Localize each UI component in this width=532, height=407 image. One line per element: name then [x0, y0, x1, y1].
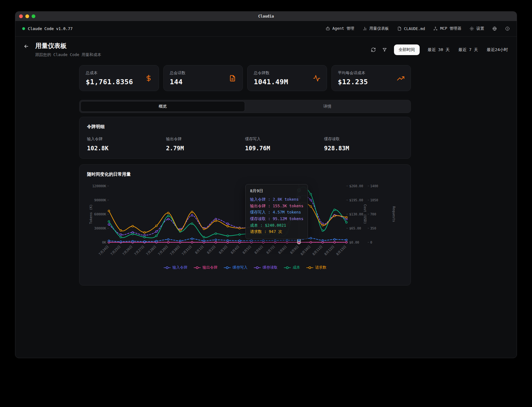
- legend-marker-icon: [306, 266, 313, 269]
- nav-item-claude-md[interactable]: CLAUDE.md: [397, 26, 425, 31]
- requests-axis-title: Requests: [392, 206, 396, 222]
- stat-card-total-cost: 总成本 $1,761.8356: [79, 65, 159, 91]
- x-axis-tick-label: 8月3日: [218, 245, 228, 255]
- page-title: 用量仪表板: [35, 42, 101, 50]
- series-point-cache-read: [108, 224, 110, 225]
- series-point-cache-write: [215, 239, 217, 240]
- nav-item-agents[interactable]: Agent 管理: [325, 26, 354, 31]
- legend-marker-icon: [164, 266, 171, 269]
- info-icon[interactable]: [505, 26, 510, 31]
- stat-label: 总令牌数: [254, 70, 288, 76]
- nav-item-usage-dashboard[interactable]: 用量仪表板: [362, 26, 389, 31]
- stat-label: 总会话数: [170, 70, 186, 76]
- back-button[interactable]: [23, 44, 29, 50]
- globe-icon[interactable]: [492, 26, 497, 31]
- x-axis-tick-label: 8月13日: [335, 245, 347, 256]
- series-point-output-tokens: [322, 241, 323, 243]
- dollar-icon: [145, 75, 152, 82]
- series-point-requests: [108, 210, 110, 212]
- minimize-window-button[interactable]: [25, 14, 29, 18]
- tooltip-row-requests: 请求数 : 947 次: [250, 229, 303, 235]
- titlebar: Claudia: [15, 12, 517, 21]
- tooltip-row-output: 输出令牌 : 155.3K tokens: [250, 203, 303, 209]
- x-axis-tick-label: 8月9日: [289, 245, 299, 255]
- series-point-cache-read: [345, 218, 347, 220]
- series-point-output-tokens: [167, 241, 169, 243]
- series-point-cache-read: [144, 234, 145, 236]
- x-axis-tick-label: 8月4日: [230, 245, 240, 255]
- filter-button[interactable]: [382, 47, 387, 52]
- series-point-cost: [322, 230, 323, 231]
- refresh-button[interactable]: [371, 47, 376, 52]
- series-point-cost: [132, 233, 133, 235]
- zoom-window-button[interactable]: [32, 14, 35, 18]
- legend-item-cache-write[interactable]: 缓存写入: [224, 265, 248, 270]
- close-window-button[interactable]: [19, 14, 23, 18]
- nav-item-mcp-manager[interactable]: MCP 管理器: [433, 26, 461, 31]
- x-axis-tick-label: 7月30日: [169, 245, 181, 256]
- series-point-cache-write: [322, 240, 323, 241]
- bar-chart-icon: [362, 26, 367, 31]
- usage-chart[interactable]: 0K30000K60000K90000K120000K$0.00$65.00$1…: [87, 182, 403, 261]
- x-axis-tick-label: 7月24日: [98, 245, 110, 256]
- x-axis-tick-label: 8月8日: [277, 245, 287, 255]
- x-axis-tick-label: 8月12日: [324, 245, 335, 256]
- series-point-cost: [334, 209, 335, 210]
- series-point-cache-read: [120, 234, 121, 235]
- legend-item-cache-read[interactable]: 缓存读取: [254, 265, 278, 270]
- nav-item-settings[interactable]: 设置: [469, 26, 484, 31]
- stats-row: 总成本 $1,761.8356 总会话数 144 总令牌数 1041.49M: [79, 65, 411, 91]
- traffic-lights: [15, 14, 35, 18]
- series-point-cache-write: [156, 240, 157, 242]
- x-axis-tick-label: 7月26日: [122, 245, 133, 256]
- series-point-output-tokens: [191, 241, 193, 243]
- cost-axis-tick-label: $0.00: [349, 240, 359, 244]
- stat-value: $12.235: [338, 78, 368, 86]
- left-axis-title: Tokens (K): [89, 204, 93, 224]
- series-point-requests: [167, 212, 169, 214]
- tab-overview[interactable]: 概览: [80, 101, 245, 112]
- series-point-output-tokens: [345, 241, 347, 243]
- series-point-cache-write: [191, 238, 193, 240]
- series-point-cache-write: [120, 241, 121, 242]
- stat-label: 总成本: [86, 70, 133, 76]
- time-range-30d[interactable]: 最近 30 天: [427, 44, 450, 55]
- nav-label: 设置: [476, 26, 484, 31]
- usage-chart-title: 随时间变化的日常用量: [87, 172, 403, 177]
- token-value: 102.8K: [87, 145, 166, 152]
- series-point-requests: [132, 225, 133, 227]
- legend-item-input[interactable]: 输入令牌: [164, 265, 187, 270]
- cost-axis-title: Cost (USD): [363, 204, 367, 224]
- series-point-requests: [156, 225, 157, 227]
- activity-icon: [313, 75, 320, 82]
- series-point-cache-read: [310, 199, 311, 201]
- nav-label: 用量仪表板: [369, 26, 389, 31]
- token-label: 缓存读取: [324, 137, 403, 142]
- legend-item-requests[interactable]: 请求数: [306, 265, 326, 270]
- main-content: 总成本 $1,761.8356 总会话数 144 总令牌数 1041.49M: [15, 61, 517, 358]
- time-range-7d[interactable]: 最近 7 天: [458, 44, 478, 55]
- series-point-cache-write: [239, 240, 240, 241]
- time-range-group: 全部时间 最近 30 天 最近 7 天 最近24小时: [394, 44, 509, 55]
- time-range-all[interactable]: 全部时间: [394, 44, 420, 55]
- series-point-cache-write: [310, 237, 311, 239]
- series-point-cache-write: [227, 240, 228, 241]
- legend-marker-icon: [284, 266, 291, 269]
- chart-legend: 输入令牌 输出令牌 缓存写入 缓存读取 成本 请求数: [87, 265, 403, 270]
- legend-marker-icon: [194, 266, 201, 269]
- legend-item-output[interactable]: 输出令牌: [194, 265, 217, 270]
- series-point-cache-write: [108, 240, 110, 242]
- time-range-24h[interactable]: 最近24小时: [486, 44, 509, 55]
- nav-label: MCP 管理器: [440, 26, 461, 31]
- legend-item-cost[interactable]: 成本: [284, 265, 300, 270]
- series-point-output-tokens: [215, 241, 217, 243]
- token-item-cache-write: 缓存写入 109.76M: [245, 137, 324, 152]
- x-axis-tick-label: 7月29日: [157, 245, 169, 256]
- tab-details[interactable]: 详情: [245, 101, 410, 112]
- series-point-cache-read: [167, 218, 169, 220]
- legend-marker-icon: [254, 266, 261, 269]
- left-axis-tick-label: 90000K: [94, 198, 106, 202]
- requests-axis-tick-label: 350: [370, 226, 376, 230]
- requests-axis-tick-label: 1400: [370, 184, 378, 188]
- app-nav: Agent 管理 用量仪表板 CLAUDE.md MCP 管理器 设置: [325, 26, 510, 31]
